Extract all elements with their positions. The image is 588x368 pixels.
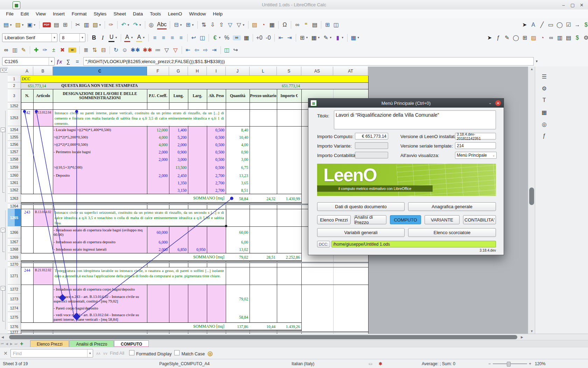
header-n[interactable]: N. <box>21 89 33 102</box>
clone-formatting-icon[interactable]: ✑ <box>107 20 115 29</box>
formula-input[interactable]: ";RIGHT(VLOOKUP(B1265;elenco_prezzi;2;FA… <box>83 57 534 66</box>
scroll-down-icon[interactable]: ▼ <box>530 329 533 333</box>
currency-icon-icon[interactable]: $ <box>573 33 581 42</box>
chevron-down-icon[interactable]: ▼ <box>49 57 54 65</box>
cell-lung-1259[interactable]: 13,500 <box>169 163 188 172</box>
dcc-path-field[interactable]: /home/giuseppe/Untitled 1.ods <box>331 241 496 247</box>
menu-help[interactable]: Help <box>210 11 226 17</box>
cell-prezzo-1263[interactable]: 24,32 <box>250 194 277 203</box>
align-center-icon[interactable]: ≡ <box>160 33 168 42</box>
align-left-icon[interactable]: ≡ <box>151 33 159 42</box>
cell-misura-1259[interactable]: >((10,5+3)*0,500) <box>54 163 146 172</box>
cell-articolo-1253[interactable]: B.13.012.04 <box>33 109 53 116</box>
pivot-table-icon[interactable]: ▦ <box>268 20 276 29</box>
header-quantita[interactable]: Quantità <box>226 89 250 102</box>
menu-tools[interactable]: Tools <box>147 11 164 17</box>
chevron-down-icon[interactable]: ▼ <box>87 349 93 357</box>
cell-misura-1260[interactable]: - Deposito <box>54 172 146 179</box>
find-replace-icon[interactable]: ◎ <box>147 20 155 29</box>
cell-total-left[interactable]: 651.773,14 <box>21 82 53 89</box>
leeno-window-icon[interactable]: ◫ <box>223 46 231 55</box>
row-header-1275[interactable]: 1275 <box>8 312 21 322</box>
sommano-label-1269[interactable]: SOMMANO [mq] <box>53 253 225 260</box>
sort-ascending-icon[interactable]: ⇩ <box>209 20 217 29</box>
leeno-usage-icon[interactable]: ▥ <box>11 46 19 55</box>
cell-misura-1272[interactable]: - Intradosso solaio di copertura corpo b… <box>54 285 146 294</box>
cell-n-1271[interactable]: 244 <box>21 267 33 273</box>
cell-quantita-1254[interactable]: 8,40 <box>226 126 250 134</box>
row-header-1263[interactable]: 1263 <box>8 194 21 203</box>
cell-quantita-1257[interactable]: 0,90 <box>226 148 250 156</box>
add-decimal-icon[interactable]: +0 <box>255 33 264 42</box>
leeno-plusminus-icon[interactable]: ± <box>50 46 58 55</box>
tab-analisi-di-prezzo[interactable]: Analisi di Prezzo <box>69 340 114 347</box>
column-header-j[interactable]: J <box>226 67 250 76</box>
insert-image-icon[interactable]: ▨ <box>251 20 259 29</box>
cell-importo-1263[interactable]: 1.430,99 <box>277 194 301 203</box>
cell-quantita-1268[interactable]: 13,02 <box>226 246 250 253</box>
cell-n-1265[interactable]: 243 <box>21 209 33 215</box>
cell-quantita-1267[interactable]: 6,00 <box>226 238 250 246</box>
cell-misura-1268[interactable]: - Intradosso solaio ingressi laterali <box>54 246 146 253</box>
number-format-icon[interactable]: 00 <box>232 33 242 42</box>
wrap-text-icon[interactable]: ↩ <box>190 33 198 42</box>
menu-sheet[interactable]: Sheet <box>110 11 129 17</box>
dialog-close-icon[interactable]: ✕ <box>495 100 501 106</box>
dialog-shade-icon[interactable]: ⌄ <box>489 101 492 105</box>
decrease-indent-icon[interactable]: ⇤ <box>277 33 285 42</box>
functions-icon[interactable]: ƒ <box>540 132 548 140</box>
row-header-1267[interactable]: 1267 <box>8 238 21 246</box>
row-header-1255[interactable]: 1255 <box>8 134 21 141</box>
cell-lung-1254[interactable]: 1,400 <box>169 126 188 134</box>
analisi-di-prezzo-button[interactable]: Analisi di Prezzo <box>354 215 386 224</box>
row-tool-icon[interactable]: ▤ <box>565 33 573 42</box>
leeno-abacus-icon[interactable]: ⊟ <box>99 46 107 55</box>
column-header-f[interactable]: F <box>147 67 169 76</box>
paste-icon[interactable]: ▧▼ <box>91 20 103 29</box>
prev-sheet-icon[interactable]: ◀ <box>5 340 9 347</box>
collapse-group-icon[interactable]: − <box>1 228 5 232</box>
dialog-title-bar[interactable]: ▦ Menù Principale (Ctrl+0) ⌄ ✕ <box>308 98 504 108</box>
find-previous-icon[interactable]: ∧∧ <box>96 351 100 356</box>
copy-icon[interactable]: ▥ <box>83 20 91 29</box>
column-tool-icon[interactable]: ▥ <box>556 33 564 42</box>
bold-icon[interactable]: B <box>90 33 98 42</box>
row-header-1262[interactable]: 1262 <box>8 186 21 194</box>
cell-misura-1257[interactable]: - Perimetro locale bagni <box>54 148 146 156</box>
row-header-1271[interactable]: 1271 <box>8 267 21 285</box>
row-header-2[interactable]: 2 <box>8 82 21 89</box>
sheet-count-status[interactable]: Sheet 3 of 19 <box>3 361 28 366</box>
cut-icon[interactable]: ✂ <box>74 20 82 29</box>
font-size-combo[interactable]: 8▼ <box>59 33 85 42</box>
cell-qta-1263[interactable]: 58,84 <box>226 194 250 203</box>
export-pdf-icon[interactable]: PDF <box>42 20 52 29</box>
cell-n-1253[interactable]: 242 <box>21 109 33 116</box>
column-header-at[interactable]: AT <box>333 67 368 76</box>
cell-alt-1257[interactable]: 0,500 <box>207 148 226 156</box>
cell-pu-1257[interactable]: 2,000 <box>147 148 169 156</box>
close-find-icon[interactable]: ✕ <box>4 350 8 356</box>
cell-alt-1256[interactable]: 0,500 <box>207 141 226 148</box>
filter-icon[interactable]: ▽▼ <box>235 20 246 29</box>
leeno-recalc-icon[interactable]: ✱✱ <box>130 46 141 55</box>
cell-misura-1275[interactable]: - vedi voce n.242 - art. B.13.012.04 - I… <box>54 312 146 322</box>
cell-alt-1254[interactable]: 0,500 <box>207 126 226 134</box>
cell-pu-1254[interactable]: 12,000 <box>147 126 169 134</box>
column-header-l[interactable]: L <box>250 67 277 76</box>
row-header-1266[interactable]: 1266 <box>8 226 21 238</box>
cell-qta-1276[interactable]: 137,86 <box>226 322 250 331</box>
cell-pu-1260[interactable]: 2,000 <box>147 172 169 179</box>
find-input[interactable]: Find ▼ <box>10 349 93 357</box>
variabili-generali-button[interactable]: Variabili generali <box>317 228 405 237</box>
find-and-replace-icon[interactable]: ◎ <box>208 350 213 357</box>
function-tool-icon[interactable]: ƒ <box>494 33 502 42</box>
zoom-level[interactable]: 120% <box>535 361 546 366</box>
row-header-1265[interactable]: 1265 <box>8 209 21 226</box>
row-header-1[interactable]: 1 <box>8 76 21 82</box>
sort-descending-icon[interactable]: ⇧ <box>217 20 225 29</box>
autofilter-icon[interactable]: ▽ <box>226 20 234 29</box>
cell-lung-1256[interactable]: 2,000 <box>169 141 188 148</box>
cell-lung-1261[interactable]: 1,350 <box>169 179 188 186</box>
shape-circle-icon[interactable]: ◯ <box>512 33 520 42</box>
formatted-display-checkbox[interactable] <box>129 350 134 355</box>
